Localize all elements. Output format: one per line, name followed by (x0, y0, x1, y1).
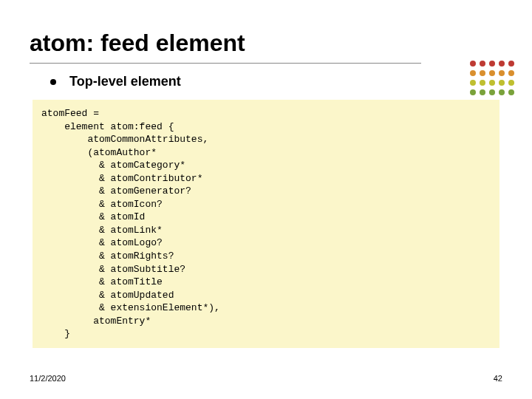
dot-icon (470, 89, 476, 95)
dot-icon (499, 80, 505, 86)
corner-dots-decoration (470, 61, 516, 97)
dot-icon (508, 89, 514, 95)
title-underline (30, 63, 421, 64)
bullet-disc-icon (50, 79, 56, 85)
footer-page-number: 42 (494, 374, 502, 383)
dot-icon (508, 70, 514, 76)
dot-icon (499, 61, 505, 66)
slide-title: atom: feed element (30, 30, 502, 57)
dot-icon (480, 70, 485, 76)
dot-icon (480, 61, 485, 66)
dot-icon (508, 61, 514, 66)
bullet-text: Top-level element (69, 74, 181, 89)
dot-icon (499, 89, 505, 95)
dot-icon (470, 80, 476, 86)
dot-icon (470, 70, 476, 76)
code-block: atomFeed = element atom:feed { atomCommo… (33, 100, 499, 348)
dot-icon (499, 70, 505, 76)
dot-icon (489, 80, 495, 86)
bullet-item: Top-level element (50, 74, 502, 89)
dot-icon (480, 80, 485, 86)
dot-icon (508, 80, 514, 86)
dot-icon (489, 70, 495, 76)
dot-icon (489, 61, 495, 66)
footer-date: 11/2/2020 (30, 374, 66, 383)
slide: atom: feed element Top-level element ato… (0, 0, 532, 399)
dot-icon (480, 89, 485, 95)
dot-icon (489, 89, 495, 95)
dot-icon (470, 61, 476, 66)
